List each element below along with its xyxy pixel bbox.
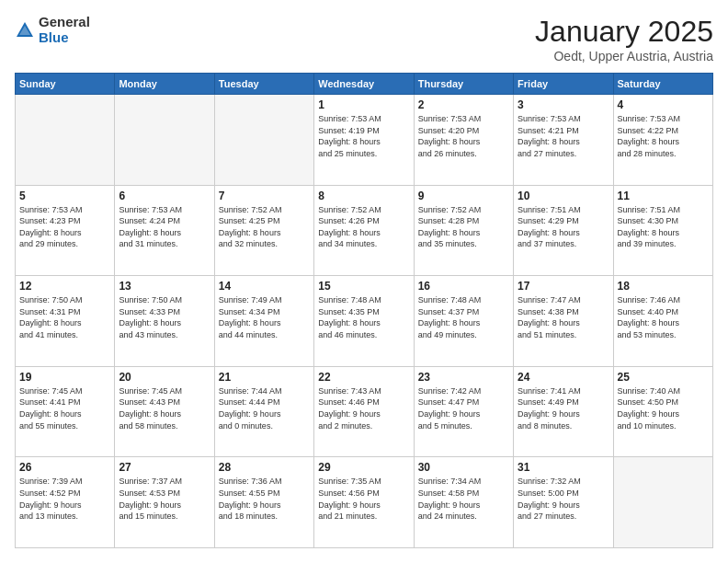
table-row: 17Sunrise: 7:47 AM Sunset: 4:38 PM Dayli…	[514, 276, 613, 367]
day-info: Sunrise: 7:32 AM Sunset: 5:00 PM Dayligh…	[518, 476, 609, 522]
month-title: January 2025	[535, 15, 713, 49]
table-row	[115, 95, 214, 186]
table-row: 12Sunrise: 7:50 AM Sunset: 4:31 PM Dayli…	[16, 276, 115, 367]
col-saturday: Saturday	[613, 74, 712, 95]
day-info: Sunrise: 7:48 AM Sunset: 4:35 PM Dayligh…	[318, 294, 409, 340]
day-info: Sunrise: 7:53 AM Sunset: 4:21 PM Dayligh…	[518, 113, 609, 159]
day-info: Sunrise: 7:52 AM Sunset: 4:26 PM Dayligh…	[318, 204, 409, 250]
calendar-week-row: 19Sunrise: 7:45 AM Sunset: 4:41 PM Dayli…	[16, 366, 713, 457]
day-info: Sunrise: 7:52 AM Sunset: 4:25 PM Dayligh…	[219, 204, 310, 250]
table-row	[16, 95, 115, 186]
table-row: 27Sunrise: 7:37 AM Sunset: 4:53 PM Dayli…	[115, 457, 214, 548]
table-row: 10Sunrise: 7:51 AM Sunset: 4:29 PM Dayli…	[514, 185, 613, 276]
day-info: Sunrise: 7:42 AM Sunset: 4:47 PM Dayligh…	[418, 385, 509, 431]
day-number: 16	[418, 280, 509, 293]
table-row: 7Sunrise: 7:52 AM Sunset: 4:25 PM Daylig…	[214, 185, 313, 276]
page: General Blue January 2025 Oedt, Upper Au…	[0, 0, 728, 563]
table-row: 24Sunrise: 7:41 AM Sunset: 4:49 PM Dayli…	[514, 366, 613, 457]
day-info: Sunrise: 7:51 AM Sunset: 4:30 PM Dayligh…	[618, 204, 709, 250]
day-info: Sunrise: 7:52 AM Sunset: 4:28 PM Dayligh…	[418, 204, 509, 250]
table-row: 16Sunrise: 7:48 AM Sunset: 4:37 PM Dayli…	[414, 276, 513, 367]
table-row: 5Sunrise: 7:53 AM Sunset: 4:23 PM Daylig…	[16, 185, 115, 276]
calendar-week-row: 12Sunrise: 7:50 AM Sunset: 4:31 PM Dayli…	[16, 276, 713, 367]
table-row: 23Sunrise: 7:42 AM Sunset: 4:47 PM Dayli…	[414, 366, 513, 457]
day-number: 4	[618, 98, 709, 111]
day-info: Sunrise: 7:44 AM Sunset: 4:44 PM Dayligh…	[219, 385, 310, 431]
day-number: 26	[19, 461, 110, 474]
table-row: 26Sunrise: 7:39 AM Sunset: 4:52 PM Dayli…	[16, 457, 115, 548]
col-friday: Friday	[514, 74, 613, 95]
table-row: 1Sunrise: 7:53 AM Sunset: 4:19 PM Daylig…	[314, 95, 414, 186]
day-info: Sunrise: 7:37 AM Sunset: 4:53 PM Dayligh…	[119, 476, 210, 522]
table-row: 13Sunrise: 7:50 AM Sunset: 4:33 PM Dayli…	[115, 276, 214, 367]
table-row	[613, 457, 712, 548]
logo-text: General Blue	[39, 15, 90, 45]
day-number: 24	[518, 371, 609, 384]
calendar-week-row: 1Sunrise: 7:53 AM Sunset: 4:19 PM Daylig…	[16, 95, 713, 186]
col-tuesday: Tuesday	[214, 74, 313, 95]
day-info: Sunrise: 7:53 AM Sunset: 4:22 PM Dayligh…	[618, 113, 709, 159]
day-info: Sunrise: 7:46 AM Sunset: 4:40 PM Dayligh…	[618, 294, 709, 340]
day-number: 28	[219, 461, 310, 474]
col-wednesday: Wednesday	[314, 74, 414, 95]
table-row: 21Sunrise: 7:44 AM Sunset: 4:44 PM Dayli…	[214, 366, 313, 457]
calendar-week-row: 26Sunrise: 7:39 AM Sunset: 4:52 PM Dayli…	[16, 457, 713, 548]
logo-icon	[15, 20, 35, 40]
table-row: 6Sunrise: 7:53 AM Sunset: 4:24 PM Daylig…	[115, 185, 214, 276]
calendar-header-row: Sunday Monday Tuesday Wednesday Thursday…	[16, 74, 713, 95]
day-number: 25	[618, 371, 709, 384]
day-number: 19	[19, 371, 110, 384]
day-number: 10	[518, 190, 609, 202]
table-row: 3Sunrise: 7:53 AM Sunset: 4:21 PM Daylig…	[514, 95, 613, 186]
day-number: 5	[19, 190, 110, 202]
table-row: 8Sunrise: 7:52 AM Sunset: 4:26 PM Daylig…	[314, 185, 414, 276]
day-number: 23	[418, 371, 509, 384]
day-number: 18	[618, 280, 709, 293]
header: General Blue January 2025 Oedt, Upper Au…	[15, 15, 713, 63]
day-number: 11	[618, 190, 709, 202]
table-row: 18Sunrise: 7:46 AM Sunset: 4:40 PM Dayli…	[613, 276, 712, 367]
logo-general: General	[39, 15, 90, 30]
col-sunday: Sunday	[16, 74, 115, 95]
day-info: Sunrise: 7:50 AM Sunset: 4:33 PM Dayligh…	[119, 294, 210, 340]
day-info: Sunrise: 7:34 AM Sunset: 4:58 PM Dayligh…	[418, 476, 509, 522]
day-info: Sunrise: 7:53 AM Sunset: 4:19 PM Dayligh…	[318, 113, 409, 159]
day-number: 15	[318, 280, 409, 293]
day-number: 30	[418, 461, 509, 474]
day-info: Sunrise: 7:50 AM Sunset: 4:31 PM Dayligh…	[19, 294, 110, 340]
day-info: Sunrise: 7:35 AM Sunset: 4:56 PM Dayligh…	[318, 476, 409, 522]
day-number: 9	[418, 190, 509, 202]
calendar-week-row: 5Sunrise: 7:53 AM Sunset: 4:23 PM Daylig…	[16, 185, 713, 276]
day-info: Sunrise: 7:47 AM Sunset: 4:38 PM Dayligh…	[518, 294, 609, 340]
day-number: 14	[219, 280, 310, 293]
day-number: 7	[219, 190, 310, 202]
day-info: Sunrise: 7:40 AM Sunset: 4:50 PM Dayligh…	[618, 385, 709, 431]
table-row: 11Sunrise: 7:51 AM Sunset: 4:30 PM Dayli…	[613, 185, 712, 276]
location-title: Oedt, Upper Austria, Austria	[535, 49, 713, 63]
day-number: 29	[318, 461, 409, 474]
logo-blue: Blue	[39, 30, 90, 46]
day-info: Sunrise: 7:53 AM Sunset: 4:23 PM Dayligh…	[19, 204, 110, 250]
day-info: Sunrise: 7:45 AM Sunset: 4:41 PM Dayligh…	[19, 385, 110, 431]
table-row: 25Sunrise: 7:40 AM Sunset: 4:50 PM Dayli…	[613, 366, 712, 457]
day-info: Sunrise: 7:53 AM Sunset: 4:20 PM Dayligh…	[418, 113, 509, 159]
day-number: 6	[119, 190, 210, 202]
table-row: 4Sunrise: 7:53 AM Sunset: 4:22 PM Daylig…	[613, 95, 712, 186]
day-info: Sunrise: 7:43 AM Sunset: 4:46 PM Dayligh…	[318, 385, 409, 431]
logo: General Blue	[15, 15, 90, 45]
table-row: 15Sunrise: 7:48 AM Sunset: 4:35 PM Dayli…	[314, 276, 414, 367]
day-info: Sunrise: 7:41 AM Sunset: 4:49 PM Dayligh…	[518, 385, 609, 431]
day-info: Sunrise: 7:49 AM Sunset: 4:34 PM Dayligh…	[219, 294, 310, 340]
day-number: 2	[418, 98, 509, 111]
calendar-table: Sunday Monday Tuesday Wednesday Thursday…	[15, 73, 713, 548]
table-row: 22Sunrise: 7:43 AM Sunset: 4:46 PM Dayli…	[314, 366, 414, 457]
table-row: 20Sunrise: 7:45 AM Sunset: 4:43 PM Dayli…	[115, 366, 214, 457]
day-info: Sunrise: 7:36 AM Sunset: 4:55 PM Dayligh…	[219, 476, 310, 522]
table-row: 29Sunrise: 7:35 AM Sunset: 4:56 PM Dayli…	[314, 457, 414, 548]
day-number: 20	[119, 371, 210, 384]
day-info: Sunrise: 7:48 AM Sunset: 4:37 PM Dayligh…	[418, 294, 509, 340]
day-info: Sunrise: 7:51 AM Sunset: 4:29 PM Dayligh…	[518, 204, 609, 250]
table-row: 28Sunrise: 7:36 AM Sunset: 4:55 PM Dayli…	[214, 457, 313, 548]
day-number: 3	[518, 98, 609, 111]
day-number: 8	[318, 190, 409, 202]
